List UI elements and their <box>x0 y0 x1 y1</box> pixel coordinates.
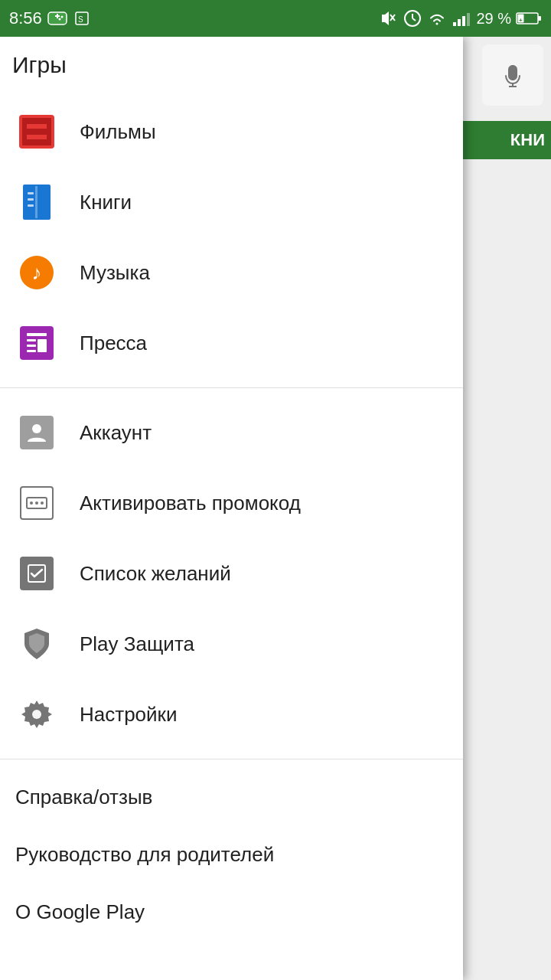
promo-icon <box>15 482 58 524</box>
wishlist-icon <box>15 552 58 595</box>
right-panel: КНИ <box>463 37 551 980</box>
actions-section: Аккаунт Активировать промокод <box>0 391 463 756</box>
signal-icon <box>452 8 471 28</box>
drawer-title: Игры <box>12 52 67 77</box>
svg-rect-35 <box>27 350 36 352</box>
promo-label: Активировать промокод <box>80 492 301 515</box>
menu-item-press[interactable]: Пресса <box>0 308 463 378</box>
svg-point-44 <box>32 710 41 719</box>
menu-item-about[interactable]: О Google Play <box>0 884 463 941</box>
svg-rect-29 <box>28 192 34 194</box>
music-label: Музыка <box>80 261 150 285</box>
svg-rect-30 <box>28 198 34 201</box>
green-strip-text: КНИ <box>510 130 545 150</box>
svg-rect-32 <box>27 333 47 336</box>
book-icon <box>15 181 58 224</box>
svg-rect-15 <box>462 16 465 26</box>
menu-item-account[interactable]: Аккаунт <box>0 397 463 468</box>
menu-item-promo[interactable]: Активировать промокод <box>0 468 463 538</box>
parental-label: Руководство для родителей <box>15 843 274 866</box>
film-icon <box>15 110 58 153</box>
menu-item-music[interactable]: ♪ Музыка <box>0 237 463 308</box>
settings-icon <box>15 693 58 736</box>
battery-icon: + <box>516 11 542 26</box>
status-bar: 8:56 S <box>0 0 551 37</box>
status-right: 29 % + <box>378 8 542 28</box>
svg-rect-19 <box>538 16 541 21</box>
svg-rect-33 <box>27 339 36 341</box>
music-note-icon: ♪ <box>32 261 42 285</box>
svg-rect-13 <box>453 22 456 26</box>
press-label: Пресса <box>80 332 147 355</box>
wishlist-label: Список желаний <box>80 562 231 586</box>
svg-rect-26 <box>22 129 51 135</box>
mute-icon <box>378 8 398 28</box>
svg-point-41 <box>41 501 44 505</box>
svg-rect-3 <box>57 14 58 18</box>
svg-point-39 <box>30 501 33 505</box>
sim-icon: S <box>73 9 91 28</box>
menu-item-books[interactable]: Книги <box>0 167 463 237</box>
clock-icon <box>403 8 422 28</box>
svg-point-37 <box>32 424 41 433</box>
menu-item-wishlist[interactable]: Список желаний <box>0 538 463 609</box>
svg-line-12 <box>412 18 416 21</box>
svg-rect-24 <box>22 118 51 124</box>
menu-item-films[interactable]: Фильмы <box>0 96 463 167</box>
shield-icon <box>15 622 58 665</box>
account-icon <box>15 411 58 454</box>
svg-point-40 <box>35 501 38 505</box>
game-icon <box>47 8 68 29</box>
main-container: Игры Фильмы <box>0 37 551 980</box>
svg-rect-25 <box>22 139 51 145</box>
green-strip: КНИ <box>463 121 551 159</box>
protect-label: Play Защита <box>80 632 194 656</box>
menu-item-parental[interactable]: Руководство для родителей <box>0 826 463 884</box>
menu-item-protect[interactable]: Play Защита <box>0 609 463 679</box>
account-label: Аккаунт <box>80 421 152 445</box>
press-icon <box>15 322 58 364</box>
svg-rect-16 <box>467 13 470 26</box>
battery-text: 29 % <box>476 10 511 28</box>
about-label: О Google Play <box>15 900 145 923</box>
menu-item-settings[interactable]: Настройки <box>0 679 463 750</box>
svg-point-4 <box>60 16 63 18</box>
categories-section: Фильмы Книги <box>0 90 463 384</box>
svg-rect-34 <box>27 345 36 347</box>
status-time: 8:56 <box>9 8 42 28</box>
menu-item-help[interactable]: Справка/отзыв <box>0 769 463 826</box>
divider-2 <box>0 759 463 760</box>
svg-rect-28 <box>35 186 37 218</box>
settings-label: Настройки <box>80 703 178 727</box>
svg-rect-31 <box>28 204 34 207</box>
status-left: 8:56 S <box>9 8 91 29</box>
svg-text:S: S <box>78 15 83 24</box>
help-label: Справка/отзыв <box>15 786 152 808</box>
music-icon: ♪ <box>15 251 58 294</box>
books-label: Книги <box>80 191 132 214</box>
wifi-icon <box>427 8 447 28</box>
mic-button[interactable] <box>482 44 543 106</box>
svg-rect-14 <box>458 19 461 26</box>
films-label: Фильмы <box>80 120 156 144</box>
divider-1 <box>0 387 463 388</box>
svg-rect-36 <box>37 339 47 352</box>
drawer-header: Игры <box>0 37 463 90</box>
navigation-drawer: Игры Фильмы <box>0 37 463 980</box>
svg-point-5 <box>58 18 60 21</box>
svg-text:+: + <box>519 17 523 24</box>
links-section: Справка/отзыв Руководство для родителей … <box>0 763 463 947</box>
